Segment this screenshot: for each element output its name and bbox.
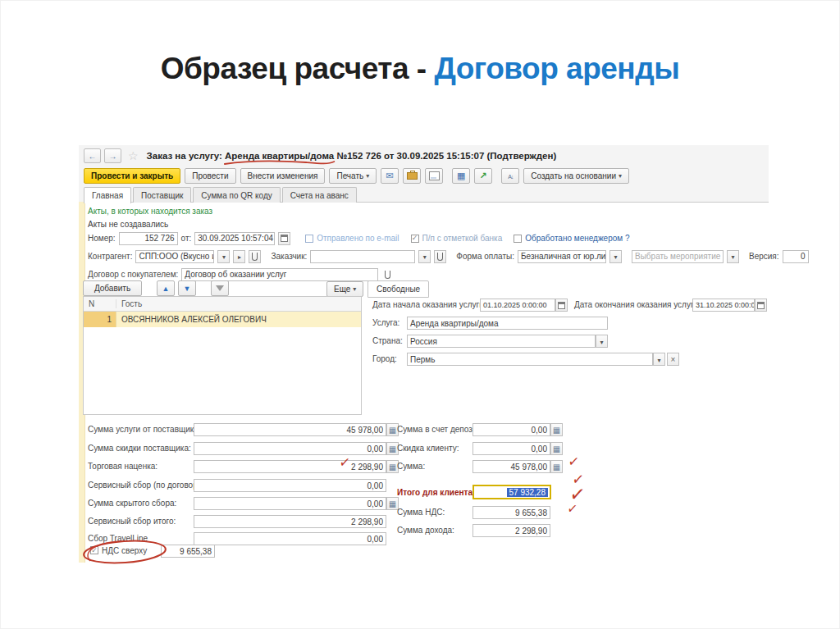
form-button[interactable]	[425, 168, 443, 184]
form-icon	[429, 171, 440, 180]
vat-on-top-checkbox[interactable]	[90, 546, 98, 554]
briefcase-icon	[407, 172, 418, 180]
table-grid-icon	[457, 171, 465, 181]
print-menu-button[interactable]: Печать	[329, 168, 377, 184]
vat-on-top-field[interactable]: 9 655,38	[161, 545, 215, 558]
manager-processed-checkbox[interactable]	[514, 235, 522, 243]
briefcase-button[interactable]	[403, 168, 421, 184]
send-email-button[interactable]	[381, 168, 399, 184]
red-underline-annotation	[223, 159, 336, 166]
contractor-field[interactable]: СПП:ООО (Вкусно и Точка)	[135, 250, 214, 263]
city-field[interactable]: Пермь	[407, 353, 653, 366]
forward-button[interactable]	[104, 148, 121, 163]
service-fee-total-field[interactable]: 2 298,90	[194, 515, 386, 528]
sort-button[interactable]	[501, 168, 519, 184]
date-from-field[interactable]: 30.09.2025 10:57:04	[194, 232, 275, 245]
markup-field[interactable]: 2 298,90	[194, 460, 386, 473]
date-start-field[interactable]: 01.10.2025 0:00:00	[480, 299, 555, 312]
filter-button[interactable]	[211, 280, 229, 296]
event-select-dropdown-button[interactable]	[727, 250, 739, 263]
country-field[interactable]: Россия	[407, 335, 596, 348]
event-select-field[interactable]: Выбрать мероприятие или ном...	[632, 250, 724, 263]
add-guest-button[interactable]: Добавить	[83, 280, 142, 296]
contractor-clip-button[interactable]	[249, 250, 261, 263]
col-guest-header[interactable]: Гость	[116, 299, 361, 308]
contractor-open-button[interactable]	[233, 250, 245, 263]
customer-field[interactable]	[310, 250, 415, 263]
order-window: Заказ на услугу: Аренда квартиры/дома №1…	[79, 145, 769, 568]
date-end-calendar-button[interactable]	[755, 299, 767, 312]
move-down-button[interactable]: ▼	[178, 280, 196, 296]
move-up-button[interactable]: ▲	[157, 280, 175, 296]
city-dropdown-button[interactable]	[653, 353, 665, 366]
deposit-sum-field[interactable]: 0,00	[472, 423, 550, 436]
version-field[interactable]: 0	[783, 250, 809, 263]
service-field[interactable]: Аренда квартиры/дома	[407, 317, 608, 330]
hidden-fee-field[interactable]: 0,00	[194, 497, 386, 510]
client-discount-label: Скидка клиенту:	[397, 444, 459, 453]
dropdown-caret-icon	[731, 252, 734, 261]
clear-icon	[671, 355, 676, 364]
income-sum-field[interactable]: 2 298,90	[472, 524, 550, 537]
create-from-button[interactable]: Создать на основании	[523, 168, 629, 184]
customer-dropdown-button[interactable]	[418, 250, 431, 263]
travelline-fee-field[interactable]: 0,00	[194, 532, 386, 545]
calculator-icon	[389, 444, 396, 454]
acts-link[interactable]: Акты, в которых находится заказ	[88, 207, 212, 216]
supplier-sum-field[interactable]: 45 978,00	[194, 423, 386, 436]
tab-supplier[interactable]: Поставщик	[133, 187, 191, 203]
number-row: Номер: 152 726 от: 30.09.2025 10:57:04 О…	[88, 231, 630, 245]
date-end-field[interactable]: 31.10.2025 0:00:00	[692, 299, 755, 312]
payment-form-label: Форма оплаты:	[456, 252, 514, 261]
col-n-header[interactable]: N	[84, 299, 116, 308]
country-dropdown-button[interactable]	[596, 335, 608, 348]
tab-bar: Главная Поставщик Сумма по QR коду Счета…	[84, 187, 358, 203]
paperclip-icon	[385, 271, 390, 279]
tab-main[interactable]: Главная	[84, 187, 131, 203]
supplier-sum-label: Сумма услуги от поставщика:	[88, 425, 201, 434]
guests-command-bar: Добавить ▲ ▼	[83, 281, 229, 295]
calendar-icon	[281, 235, 288, 242]
tab-qr-sum[interactable]: Сумма по QR коду	[193, 187, 280, 203]
post-and-close-button[interactable]: Провести и закрыть	[84, 168, 180, 184]
post-button[interactable]: Провести	[185, 168, 235, 184]
back-button[interactable]	[84, 148, 101, 163]
tab-free-rooms[interactable]: Свободные	[368, 280, 429, 298]
payment-form-dropdown-button[interactable]	[609, 250, 622, 263]
bank-mark-checkbox[interactable]	[411, 235, 419, 243]
email-sent-checkbox[interactable]	[305, 235, 313, 243]
customer-clip-button[interactable]	[434, 250, 446, 263]
table-row[interactable]: 1 ОВСЯННИКОВ АЛЕКСЕЙ ОЛЕГОВИЧ	[84, 312, 361, 327]
supplier-discount-field[interactable]: 0,00	[194, 442, 386, 455]
date-start-calendar-button[interactable]	[555, 299, 568, 312]
service-fee-contract-field[interactable]: 0,00	[194, 479, 386, 492]
contract-field[interactable]: Договор об оказании услуг	[181, 268, 378, 281]
guests-table: N Гость 1 ОВСЯННИКОВ АЛЕКСЕЙ ОЛЕГОВИЧ	[83, 296, 362, 415]
edit-button[interactable]: Внести изменения	[240, 168, 326, 184]
export-table-button[interactable]	[452, 168, 470, 184]
calendar-button[interactable]	[278, 232, 290, 245]
sum-calc-button[interactable]	[550, 460, 563, 473]
payment-form-field[interactable]: Безналичная от юр.лиц	[518, 250, 606, 263]
city-clear-button[interactable]	[667, 353, 679, 366]
growth-button[interactable]	[474, 168, 492, 184]
client-total-field[interactable]: 57 932,28	[472, 485, 551, 499]
star-icon[interactable]	[128, 149, 139, 162]
toolbar: Провести и закрыть Провести Внести измен…	[84, 167, 629, 184]
client-discount-field[interactable]: 0,00	[472, 442, 550, 455]
contract-clip-button[interactable]	[381, 268, 394, 281]
contractor-dropdown-button[interactable]	[217, 250, 230, 263]
up-arrow-icon: ▲	[162, 285, 170, 293]
dropdown-caret-icon	[222, 252, 226, 261]
sum-field[interactable]: 45 978,00	[472, 460, 550, 473]
client-discount-calc-button[interactable]	[550, 442, 563, 455]
deposit-calc-button[interactable]	[550, 423, 563, 436]
tab-advance-invoices[interactable]: Счета на аванс	[282, 187, 357, 203]
service-label: Услуга:	[372, 318, 399, 327]
calendar-icon	[757, 302, 765, 309]
vat-sum-field[interactable]: 9 655,38	[472, 506, 550, 519]
red-checkmark-annotation	[340, 455, 350, 470]
dropdown-caret-icon	[600, 337, 603, 346]
number-field[interactable]: 152 726	[119, 232, 178, 245]
more-button[interactable]: Еще	[326, 281, 363, 297]
